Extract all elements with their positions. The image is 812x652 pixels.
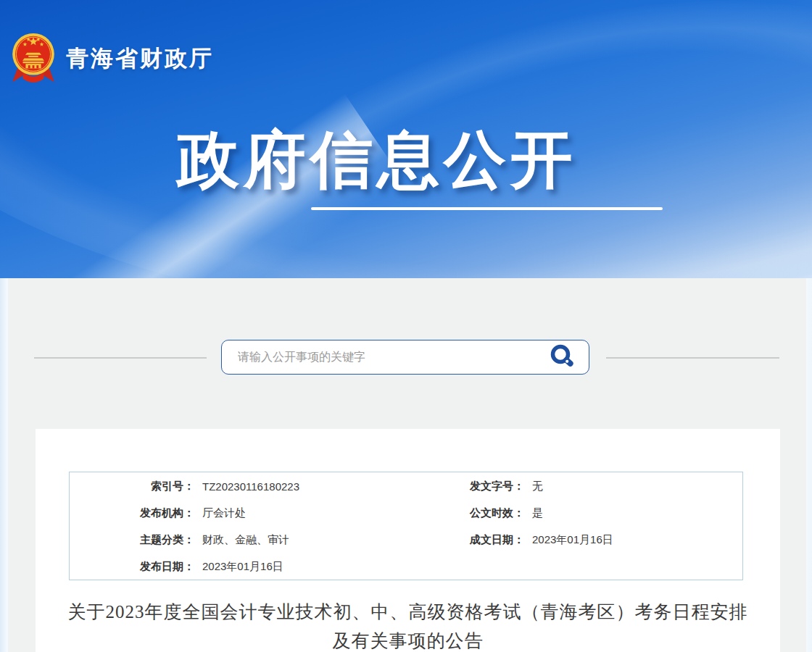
search-divider-right	[606, 357, 779, 359]
page: 青海省财政厅 政府信息公开 索引号：	[0, 0, 812, 652]
document-meta-table: 索引号： TZ20230116180223 发文字号： 无 发布机构： 厅会计处…	[69, 472, 743, 580]
title-underline	[311, 207, 663, 210]
search-box	[221, 340, 589, 375]
meta-value-publish-date: 2023年01月16日	[194, 560, 435, 574]
document-title: 关于2023年度全国会计专业技术初、中、高级资格考试（青海考区）考务日程安排及有…	[36, 598, 780, 652]
meta-label-written-date: 成文日期：	[435, 533, 524, 547]
document-panel: 索引号： TZ20230116180223 发文字号： 无 发布机构： 厅会计处…	[36, 429, 780, 652]
site-brand[interactable]: 青海省财政厅	[11, 31, 214, 85]
meta-label-doc-no: 发文字号：	[435, 480, 524, 493]
search-divider-left	[34, 357, 207, 359]
meta-value-index-no: TZ20230116180223	[194, 480, 435, 493]
org-name: 青海省财政厅	[66, 43, 214, 74]
meta-label-publish-date: 发布日期：	[70, 560, 194, 574]
search-input[interactable]	[222, 340, 541, 374]
header-banner: 青海省财政厅 政府信息公开	[0, 0, 812, 278]
meta-value-doc-no: 无	[524, 480, 742, 493]
meta-value-publisher: 厅会计处	[194, 506, 435, 520]
search-button[interactable]	[545, 343, 580, 372]
china-national-emblem-icon	[11, 31, 56, 85]
content-card: 索引号： TZ20230116180223 发文字号： 无 发布机构： 厅会计处…	[8, 278, 806, 652]
meta-label-validity: 公文时效：	[435, 506, 524, 520]
meta-label-topic: 主题分类：	[70, 533, 194, 547]
meta-label-index-no: 索引号：	[70, 480, 194, 493]
search-icon	[547, 343, 579, 372]
meta-value-written-date: 2023年01月16日	[524, 533, 742, 547]
meta-label-publisher: 发布机构：	[70, 506, 194, 520]
meta-value-topic: 财政、金融、审计	[194, 533, 435, 547]
page-title: 政府信息公开	[109, 125, 645, 194]
meta-value-validity: 是	[524, 506, 742, 520]
